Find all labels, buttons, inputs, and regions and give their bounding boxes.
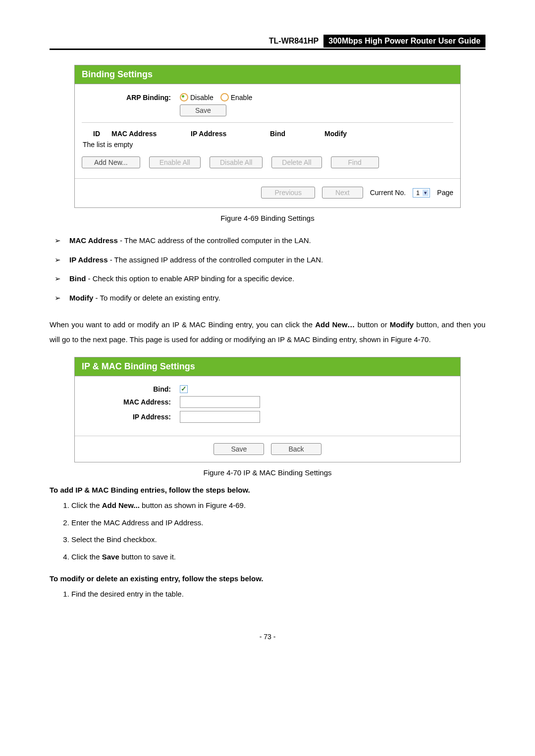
header-title: 300Mbps High Power Router User Guide [323, 35, 485, 48]
list-item: Enter the MAC Address and IP Address. [71, 514, 485, 532]
add-new-button[interactable]: Add New... [82, 156, 140, 168]
section-heading: To add IP & MAC Binding entries, follow … [50, 486, 485, 494]
term: IP Address [69, 255, 108, 264]
figure-caption-2: Figure 4-70 IP & MAC Binding Settings [50, 468, 485, 477]
empty-list-text: The list is empty [82, 138, 453, 154]
page-header: TL-WR841HP300Mbps High Power Router User… [50, 35, 485, 50]
enable-all-button[interactable]: Enable All [149, 156, 201, 168]
radio-enable[interactable] [220, 93, 229, 101]
bind-checkbox[interactable]: ✓ [180, 385, 188, 393]
desc: - To modify or delete an existing entry. [93, 294, 220, 302]
ip-label: IP Address: [82, 413, 180, 421]
th-modify: Modify [324, 130, 374, 138]
page-label: Page [437, 189, 453, 197]
save-button[interactable]: Save [214, 443, 264, 455]
mac-address-input[interactable] [180, 396, 260, 408]
steps-add-list: Click the Add New... button as shown in … [50, 497, 485, 565]
list-item: IP Address - The assigned IP address of … [50, 251, 485, 270]
disable-all-button[interactable]: Disable All [210, 156, 263, 168]
previous-button[interactable]: Previous [261, 187, 315, 199]
radio-disable[interactable] [180, 93, 188, 101]
next-button[interactable]: Next [322, 187, 363, 199]
delete-all-button[interactable]: Delete All [271, 156, 321, 168]
current-no-label: Current No. [370, 189, 406, 197]
page-number: - 73 - [50, 633, 485, 641]
header-model: TL-WR841HP [264, 35, 323, 48]
th-id: ID [82, 130, 111, 138]
figure-caption-1: Figure 4-69 Binding Settings [50, 214, 485, 222]
binding-settings-panel: Binding Settings ARP Binding: Disable En… [74, 65, 461, 208]
radio-enable-label: Enable [231, 94, 253, 101]
term: Modify [69, 294, 93, 302]
ip-address-input[interactable] [180, 411, 260, 423]
term: Bind [69, 274, 86, 283]
desc: - The assigned IP address of the control… [108, 255, 323, 264]
paragraph: When you want to add or modify an IP & M… [50, 317, 485, 347]
radio-disable-label: Disable [190, 94, 214, 101]
ip-mac-binding-panel: IP & MAC Binding Settings Bind: ✓ MAC Ad… [74, 357, 461, 462]
chevron-down-icon: ▾ [423, 190, 428, 196]
th-bind: Bind [270, 130, 324, 138]
definition-list: MAC Address - The MAC address of the con… [50, 231, 485, 307]
list-item: Bind - Check this option to enable ARP b… [50, 269, 485, 289]
list-item: Select the Bind checkbox. [71, 531, 485, 549]
th-ip: IP Address [191, 130, 270, 138]
save-button[interactable]: Save [180, 104, 226, 116]
panel-title: Binding Settings [75, 65, 460, 84]
section-heading: To modify or delete an existing entry, f… [50, 574, 485, 583]
desc: - Check this option to enable ARP bindin… [86, 274, 294, 283]
list-item: Click the Add New... button as shown in … [71, 497, 485, 514]
desc: - The MAC address of the controlled comp… [118, 236, 311, 245]
th-mac: MAC Address [111, 130, 191, 138]
list-item: Find the desired entry in the table. [71, 586, 485, 603]
mac-label: MAC Address: [82, 398, 180, 406]
panel-footer: Previous Next Current No. 1 ▾ Page [75, 178, 460, 207]
back-button[interactable]: Back [271, 443, 321, 455]
list-item: MAC Address - The MAC address of the con… [50, 231, 485, 251]
arp-binding-label: ARP Binding: [82, 94, 180, 101]
term: MAC Address [69, 236, 118, 245]
find-button[interactable]: Find [331, 156, 379, 168]
page-select-value: 1 [414, 189, 422, 197]
page-select[interactable]: 1 ▾ [413, 188, 430, 198]
list-item: Modify - To modify or delete an existing… [50, 289, 485, 308]
bind-label: Bind: [82, 385, 180, 393]
table-header: ID MAC Address IP Address Bind Modify [82, 122, 453, 138]
steps-modify-list: Find the desired entry in the table. [50, 586, 485, 603]
list-item: Click the Save button to save it. [71, 549, 485, 566]
panel-title: IP & MAC Binding Settings [75, 357, 460, 376]
